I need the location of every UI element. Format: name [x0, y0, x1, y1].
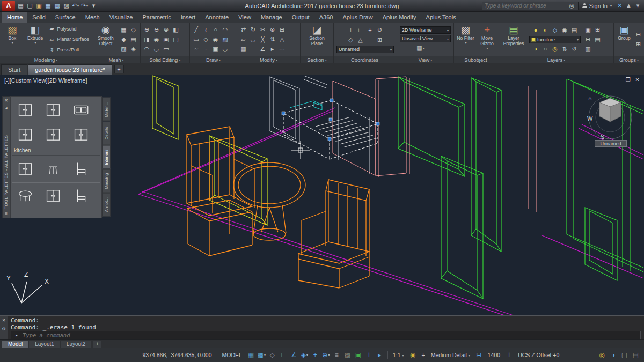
lengthen-icon[interactable]: ▸	[268, 45, 277, 54]
ribbon-tab-output[interactable]: Output	[287, 12, 314, 23]
new-drawing-tab-button[interactable]: +	[114, 65, 124, 73]
palette-item-drawer-cabinet[interactable]	[41, 123, 65, 146]
layer-on-icon[interactable]: ◎	[551, 45, 560, 54]
undo-icon[interactable]: ↶▾	[71, 2, 79, 10]
ribbon-tab-insert[interactable]: Insert	[176, 12, 201, 23]
search-input[interactable]	[485, 3, 566, 9]
layout-tab-model[interactable]: Model	[2, 341, 28, 348]
polygon-icon[interactable]: ◇	[201, 35, 210, 44]
wireframe-armchair-left[interactable]	[187, 127, 254, 256]
imprint-icon[interactable]: ▣	[162, 35, 171, 44]
palette-item-tall-cabinet[interactable]	[41, 98, 65, 122]
snap-mode-icon[interactable]: ▩▾	[257, 350, 267, 360]
layer-lock-icon[interactable]: ◉	[560, 26, 569, 35]
move-icon[interactable]: ⇄	[239, 25, 248, 34]
plot-icon[interactable]: ▨	[62, 2, 70, 10]
ucs-named-icon[interactable]: ≡	[365, 35, 375, 45]
panel-label-section[interactable]: Section	[301, 56, 333, 63]
ucs-previous-icon[interactable]: ↺	[375, 26, 384, 35]
layer-previous-icon[interactable]: ↺	[570, 45, 579, 54]
ribbon-tab-aplus-tools[interactable]: Aplus Tools	[421, 12, 461, 23]
panel-label-groups[interactable]: Groups	[614, 56, 644, 63]
ribbon-tab-surface[interactable]: Surface	[50, 12, 80, 23]
qat-dropdown-icon[interactable]: ▾	[90, 2, 98, 10]
palette-item-dining-table-set[interactable]	[13, 184, 37, 208]
view-name-select[interactable]: Unsaved View ▾	[400, 35, 451, 42]
viewport-minimize-icon[interactable]: –	[618, 77, 621, 83]
palette-item-bar-stool[interactable]	[41, 157, 65, 181]
command-input[interactable]	[23, 332, 638, 338]
panel-label-coordinates[interactable]: Coordinates	[334, 56, 397, 63]
ribbon-tab-home[interactable]: Home	[2, 12, 27, 23]
viewport-configuration-icon[interactable]: ▦▾	[416, 43, 425, 53]
ungroup-icon[interactable]: ⊟	[634, 31, 642, 39]
search-icon[interactable]: ◎	[568, 2, 576, 10]
chamfer-icon[interactable]: ∠	[258, 45, 267, 54]
viewcube-home-icon[interactable]: ⌂	[588, 95, 591, 101]
ucs-axis-icon[interactable]: Y Z X	[6, 271, 49, 303]
wireframe-floor-magenta[interactable]	[138, 108, 643, 315]
panel-label-draw[interactable]: Draw	[190, 56, 237, 63]
smooth-less-icon[interactable]: ◆	[119, 35, 128, 44]
menu-browser-icon[interactable]: ▤	[17, 2, 25, 10]
move-gizmo-button[interactable]: + Move Gizmo ▾	[477, 24, 497, 55]
layer-off-all-icon[interactable]: ▥	[583, 45, 592, 54]
sign-in-button[interactable]: Sign In ▾	[582, 3, 612, 9]
ucs-named-select[interactable]: Unnamed ▾	[336, 46, 394, 53]
annotation-scale-button[interactable]: 1:1▾	[391, 352, 406, 358]
ucs-world-icon[interactable]: ∟	[356, 26, 365, 35]
layer-state-icon[interactable]: ▣	[583, 25, 592, 34]
wireframe-frames-yellow[interactable]	[152, 76, 267, 225]
selection-cycling-icon[interactable]: ▣	[353, 350, 363, 360]
shell-icon[interactable]: ▭	[162, 45, 171, 54]
transparency-icon[interactable]: ▨	[342, 350, 353, 360]
ribbon-tab-annotate[interactable]: Annotate	[200, 12, 233, 23]
panel-label-modeling[interactable]: Modeling	[0, 56, 92, 63]
smooth-object-button[interactable]: ◉ Smooth Object	[94, 24, 118, 55]
palette-close-icon[interactable]: ✕	[3, 98, 9, 104]
isometric-drafting-icon[interactable]: ◈▾	[299, 350, 310, 360]
mirror-icon[interactable]: ▱	[239, 35, 248, 44]
section-plane-button[interactable]: ◪ Section Plane	[305, 24, 329, 55]
new-layout-button[interactable]: +	[93, 341, 101, 348]
ribbon-tab-aplus-modify[interactable]: Aplus Modify	[378, 12, 421, 23]
titlebar-dropdown-icon[interactable]: ▾	[634, 2, 642, 10]
grid-icon[interactable]: ▦	[246, 350, 256, 360]
cut-plane-icon[interactable]: ⊟	[474, 350, 484, 360]
thicken-icon[interactable]: ◨	[142, 35, 151, 44]
layer-unisolate-icon[interactable]: ◑	[531, 45, 540, 54]
layout-tab-layout1[interactable]: Layout1	[29, 341, 60, 348]
panel-label-layers[interactable]: Layers	[499, 56, 613, 63]
panel-label-modify[interactable]: Modify	[237, 56, 300, 63]
save-icon[interactable]: ▦	[44, 2, 52, 10]
palette-autohide-icon[interactable]: ◂	[3, 105, 9, 111]
panel-label-mesh[interactable]: Mesh	[92, 56, 140, 63]
ribbon-tab-a360[interactable]: A360	[314, 12, 338, 23]
model-space-toggle[interactable]: MODEL	[220, 352, 244, 358]
slice-icon[interactable]: ◧	[171, 25, 180, 34]
layer-delete-icon[interactable]: ⊟	[583, 35, 592, 44]
palette-item-kitchen-sink[interactable]	[69, 98, 93, 122]
isolate-objects-icon[interactable]: ◎	[597, 350, 607, 360]
viewport-controls-label[interactable]: [-][Custom View][2D Wireframe]	[4, 77, 87, 84]
array-icon[interactable]: ▦	[239, 45, 248, 54]
layer-properties-button[interactable]: ▤ Layer Properties	[501, 24, 526, 55]
palette-item-base-cabinet[interactable]	[13, 98, 37, 122]
rotate-icon[interactable]: ↻	[248, 25, 258, 34]
viewport-close-icon[interactable]: ✕	[635, 77, 640, 83]
ribbon-tab-view[interactable]: View	[233, 12, 256, 23]
wireframe-armchair-right[interactable]	[298, 180, 369, 288]
fillet-edge-icon[interactable]: ◠	[142, 45, 151, 54]
dynamic-input-icon[interactable]: ▸	[375, 350, 385, 360]
ribbon-tab-manage[interactable]: Manage	[256, 12, 287, 23]
drawing-viewport[interactable]: [-][Custom View][2D Wireframe] – ❐ ✕	[0, 75, 644, 315]
ellipse-icon[interactable]: ◉	[211, 35, 220, 44]
ribbon-tab-visualize[interactable]: Visualize	[105, 12, 138, 23]
viewcube-west-label[interactable]: W	[587, 115, 593, 122]
mesh-primitive-icon[interactable]: ▦	[119, 25, 128, 34]
ribbon-tab-solid[interactable]: Solid	[27, 12, 50, 23]
palette-tab-interiors[interactable]: Interiors	[102, 145, 111, 169]
palette-item-corner-cabinet[interactable]	[69, 123, 93, 146]
cut-plane-value[interactable]: 1400	[486, 352, 502, 358]
offset-edge-icon[interactable]: ▢	[171, 35, 180, 44]
